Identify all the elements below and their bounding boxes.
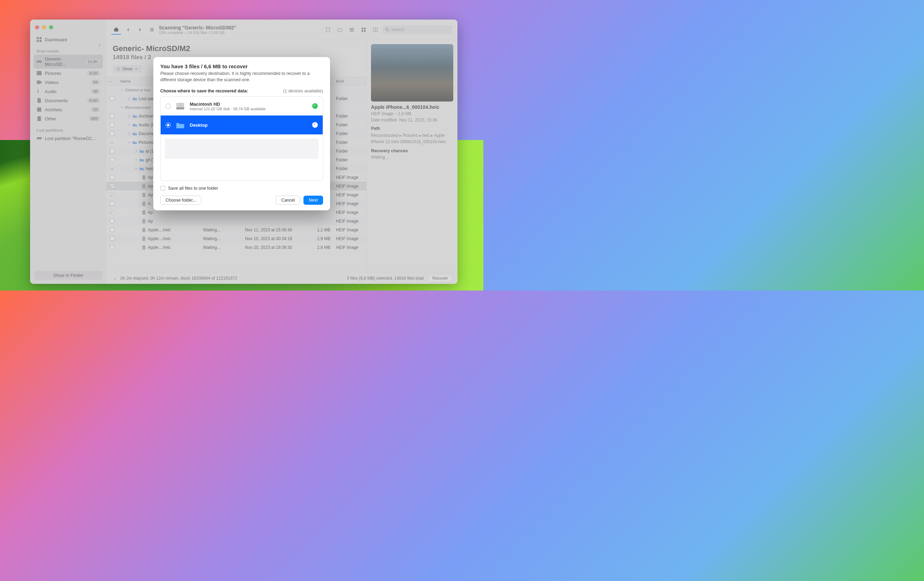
row-checkbox[interactable] [110, 236, 114, 241]
drive-icon [36, 135, 42, 141]
row-checkbox[interactable] [110, 210, 114, 215]
svg-rect-6 [37, 71, 42, 75]
sidebar-item-videos[interactable]: Videos84 [34, 78, 103, 87]
sidebar-label: Videos [45, 80, 59, 85]
svg-line-21 [388, 30, 389, 31]
sidebar-item-pictures[interactable]: Pictures6,5K [34, 69, 103, 78]
cancel-button[interactable]: Cancel [276, 196, 300, 205]
minimize-icon[interactable] [42, 25, 46, 30]
music-icon [36, 89, 42, 94]
row-checkbox[interactable] [110, 193, 114, 197]
row-checkbox[interactable] [110, 175, 114, 180]
svg-rect-8 [37, 107, 41, 112]
view-file-button[interactable] [323, 25, 333, 35]
pause-button[interactable] [147, 25, 157, 35]
sidebar-item-lost-partition[interactable]: Lost partition "RomeD2... [34, 134, 103, 143]
svg-point-31 [112, 276, 116, 280]
col-checkbox[interactable]: – [106, 78, 117, 85]
image-icon [36, 70, 42, 76]
sidebar-item-other[interactable]: Other655 [34, 114, 103, 123]
row-checkbox[interactable] [110, 219, 114, 223]
row-checkbox[interactable] [110, 131, 114, 136]
inspector-panel: Apple iPhone...6_000104.heic HEIF Image … [366, 40, 457, 272]
destination-item-internal[interactable]: Macintosh HDInternal 121,02 GB disk · 58… [161, 97, 323, 116]
svg-rect-17 [364, 30, 366, 32]
inspector-title: Apple iPhone...6_000104.heic [371, 104, 453, 110]
sidebar-badge: 6,5K [87, 71, 100, 76]
choose-folder-button[interactable]: Choose folder... [160, 196, 201, 205]
checkbox[interactable] [160, 186, 165, 191]
file-icon [36, 116, 42, 121]
chevron-down-icon [127, 141, 131, 144]
show-in-finder-button[interactable]: Show in Finder [34, 271, 102, 280]
home-button[interactable] [111, 25, 121, 35]
search-placeholder: Search [391, 27, 404, 32]
row-checkbox[interactable] [110, 149, 114, 153]
file-icon [141, 193, 146, 197]
row-checkbox[interactable] [110, 184, 114, 188]
show-filter-button[interactable]: Show [113, 65, 141, 73]
destination-item-desktop[interactable]: Desktop [161, 116, 323, 134]
preview-image [371, 44, 453, 101]
sidebar-item-audio[interactable]: Audio98 [34, 87, 103, 96]
grid-icon [36, 37, 42, 42]
search-icon [385, 28, 389, 32]
row-checkbox[interactable] [110, 228, 114, 232]
sidebar-item-dashboard[interactable]: Dashboard [34, 35, 103, 44]
sidebar-badge: 98 [91, 89, 100, 94]
destination-name: Desktop [190, 122, 208, 128]
svg-rect-24 [142, 193, 145, 197]
radio-button[interactable] [165, 104, 171, 109]
chevron-right-icon [134, 158, 138, 162]
radio-button[interactable] [165, 122, 171, 128]
chevron-right-icon [127, 123, 131, 127]
table-row[interactable]: ApHEIF Image [106, 217, 366, 225]
svg-rect-10 [37, 137, 42, 139]
view-columns-button[interactable] [371, 25, 380, 35]
table-row[interactable]: Apple....heicWaiting...Nov 11, 2023 at 1… [106, 225, 366, 234]
col-kind[interactable]: Kind [333, 78, 366, 85]
page-title: Generic- MicroSD/M2 [113, 44, 360, 53]
sidebar-label: Archives [45, 107, 62, 112]
sidebar-label: Audio [45, 89, 56, 94]
row-checkbox[interactable] [110, 96, 114, 101]
recovery-destination-dialog: You have 3 files / 6,6 MB to recover Ple… [153, 57, 330, 210]
svg-rect-27 [142, 219, 145, 223]
svg-rect-9 [38, 116, 41, 121]
view-list-button[interactable] [347, 25, 356, 35]
toolbar: Scanning "Generic- MicroSD/M2" 13% compl… [106, 20, 457, 40]
table-row[interactable]: Apple....heicWaiting...Nov 10, 2023 at 0… [106, 234, 366, 243]
sidebar-item-device[interactable]: Generic- MicroSD... 14,9K [34, 54, 103, 69]
svg-rect-12 [152, 28, 153, 31]
file-icon [141, 175, 146, 180]
sidebar-badge: 6,6K [87, 98, 100, 103]
check-icon [312, 103, 318, 109]
sidebar-item-archives[interactable]: Archives1K [34, 105, 103, 114]
back-button[interactable] [123, 25, 133, 35]
row-checkbox[interactable] [110, 114, 114, 118]
view-folder-button[interactable] [335, 25, 345, 35]
save-all-option[interactable]: Save all files to one folder [160, 186, 323, 191]
svg-rect-13 [326, 28, 330, 32]
row-checkbox[interactable] [110, 157, 114, 162]
svg-rect-1 [40, 37, 42, 39]
sidebar-item-documents[interactable]: Documents6,6K [34, 96, 103, 105]
view-grid-button[interactable] [359, 25, 368, 35]
inspector-meta: HEIF Image – 1,6 MB [371, 111, 453, 116]
footer-status-left: 0h 2m elapsed, 0h 12m remain, block 1633… [120, 276, 237, 281]
inspector-date: Nov 11, 2023, 15:36 [399, 117, 437, 122]
table-row[interactable]: Apple....heicWaiting...Nov 20, 2023 at 1… [106, 243, 366, 252]
row-checkbox[interactable] [110, 245, 114, 249]
next-button[interactable]: Next [304, 196, 323, 205]
folder-icon [132, 96, 137, 101]
svg-rect-11 [150, 28, 152, 31]
close-icon[interactable] [35, 25, 39, 30]
destination-list: Macintosh HDInternal 121,02 GB disk · 58… [160, 96, 323, 181]
recover-button[interactable]: Recover [428, 274, 452, 282]
row-checkbox[interactable] [110, 122, 114, 127]
forward-button[interactable] [135, 25, 145, 35]
zoom-icon[interactable] [49, 25, 53, 30]
destination-sub: Internal 121,02 GB disk · 58,74 GB avail… [190, 107, 266, 111]
search-input[interactable]: Search [383, 25, 452, 34]
row-checkbox[interactable] [110, 201, 114, 206]
